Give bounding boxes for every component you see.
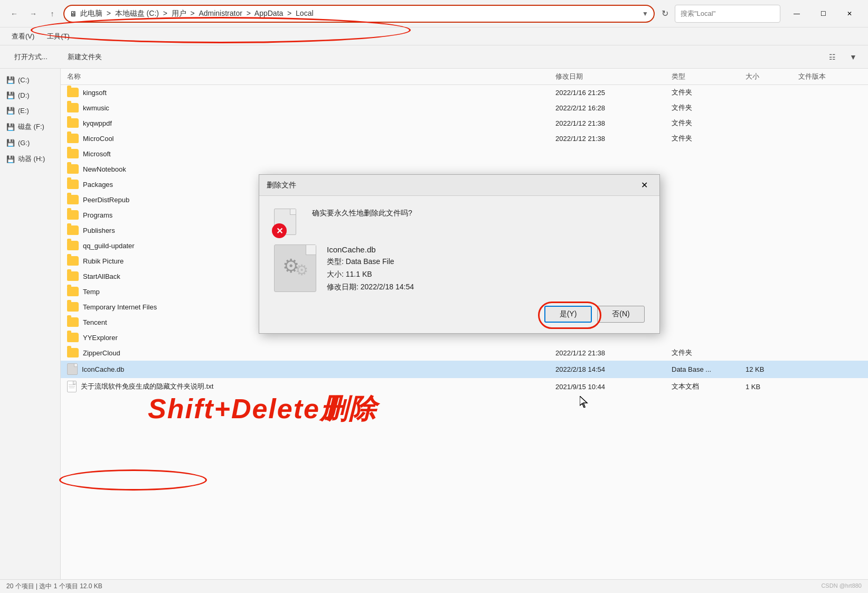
status-text: 20 个项目 | 选中 1 个项目 12.0 KB — [6, 582, 102, 591]
file-type: Data Base ... — [672, 365, 746, 373]
file-name-cell: kwmusic — [67, 103, 555, 112]
menu-bar: 查看(V) 工具(T) — [0, 27, 868, 45]
sidebar-item-f[interactable]: 💾 磁盘 (F:) — [0, 119, 60, 135]
file-name: YYExplorer — [83, 334, 118, 342]
table-row[interactable]: kwmusic 2022/2/12 16:28 文件夹 — [61, 100, 868, 116]
file-name: Microsoft — [83, 150, 111, 158]
column-type[interactable]: 类型 — [672, 72, 746, 81]
file-name: Tencent — [83, 318, 107, 326]
dialog-top-row: ✕ 确实要永久性地删除此文件吗? — [274, 209, 645, 236]
file-info-size: 大小: 11.1 KB — [327, 270, 414, 279]
file-name: kyqwppdf — [83, 119, 112, 127]
table-row[interactable]: IconCache.db 2022/2/18 14:54 Data Base .… — [61, 361, 868, 378]
file-type: 文本文档 — [672, 382, 746, 391]
dialog-file-preview: ⚙ ⚙ IconCache.db 类型: Data Base File 大小: … — [274, 244, 645, 292]
address-bar-wrapper: 🖥 ▼ — [63, 5, 655, 23]
file-name: ZipperCloud — [83, 349, 120, 357]
sidebar-item-e[interactable]: 💾 (E:) — [0, 103, 60, 118]
maximize-button[interactable]: ☐ — [811, 6, 835, 22]
drive-icon: 💾 — [6, 107, 15, 115]
dialog-title: 删除文件 — [267, 181, 636, 190]
sidebar-item-d[interactable]: 💾 (D:) — [0, 88, 60, 102]
preview-file-icon: ⚙ ⚙ — [274, 244, 316, 292]
file-name: Packages — [83, 181, 113, 189]
no-button[interactable]: 否(N) — [597, 306, 645, 323]
drive-icon: 💾 — [6, 155, 15, 163]
file-type: 文件夹 — [672, 118, 746, 128]
column-name[interactable]: 名称 — [67, 72, 555, 81]
forward-button[interactable]: → — [25, 6, 41, 22]
file-name-cell: IconCache.db — [67, 363, 555, 375]
refresh-button[interactable]: ↻ — [658, 7, 672, 21]
search-input[interactable] — [675, 5, 780, 23]
dialog-title-bar: 删除文件 ✕ — [259, 175, 659, 196]
delete-x-icon: ✕ — [272, 223, 287, 238]
file-name: Rubik Picture — [83, 257, 124, 265]
dialog-buttons: 是(Y) 否(N) — [274, 306, 645, 323]
dialog-content: ✕ 确实要永久性地删除此文件吗? ⚙ ⚙ IconCache.db 类型: Da — [259, 196, 659, 333]
yes-button[interactable]: 是(Y) — [544, 306, 592, 323]
file-name: Temporary Internet Files — [83, 303, 157, 311]
close-button[interactable]: ✕ — [837, 6, 862, 22]
file-name-cell: kingsoft — [67, 88, 555, 97]
computer-icon: 🖥 — [70, 10, 77, 18]
chevron-down-icon[interactable]: ▼ — [642, 10, 648, 17]
menu-item-tools[interactable]: 工具(T) — [42, 30, 75, 43]
file-list-header: 名称 修改日期 类型 大小 文件版本 — [61, 69, 868, 85]
file-name: kwmusic — [83, 104, 109, 112]
sidebar-item-g[interactable]: 💾 (G:) — [0, 136, 60, 150]
file-name-cell: YYExplorer — [67, 333, 555, 342]
file-modified: 2022/1/12 21:38 — [555, 119, 672, 127]
new-folder-button[interactable]: 新建文件夹 — [60, 49, 110, 65]
table-row[interactable]: 关于流氓软件免疫生成的隐藏文件夹说明.txt 2021/9/15 10:44 文… — [61, 378, 868, 396]
sidebar: 💾 (C:) 💾 (D:) 💾 (E:) 💾 磁盘 (F:) 💾 (G:) 💾 — [0, 69, 61, 579]
back-button[interactable]: ← — [6, 6, 22, 22]
dialog-close-button[interactable]: ✕ — [636, 178, 652, 192]
column-size[interactable]: 大小 — [746, 72, 798, 81]
title-bar: ← → ↑ 🖥 ▼ ↻ — ☐ ✕ — [0, 0, 868, 27]
file-info-date: 修改日期: 2022/2/18 14:54 — [327, 283, 414, 292]
file-modified: 2022/2/18 14:54 — [555, 365, 672, 373]
minimize-button[interactable]: — — [785, 6, 809, 22]
sidebar-item-h[interactable]: 💾 动器 (H:) — [0, 151, 60, 167]
file-type: 文件夹 — [672, 88, 746, 97]
delete-dialog[interactable]: 删除文件 ✕ ✕ 确实要永久性地删除此文件吗? ⚙ ⚙ — [259, 174, 660, 334]
table-row[interactable]: kingsoft 2022/1/16 21:25 文件夹 — [61, 85, 868, 100]
file-name: 关于流氓软件免疫生成的隐藏文件夹说明.txt — [81, 382, 213, 391]
address-bar[interactable] — [80, 10, 639, 18]
table-row[interactable]: Microsoft — [61, 146, 868, 162]
file-size: 1 KB — [746, 383, 798, 391]
file-name-cell: NewNotebook — [67, 164, 555, 174]
drive-icon: 💾 — [6, 123, 15, 131]
title-bar-left: ← → ↑ 🖥 ▼ ↻ — [6, 5, 780, 23]
open-with-button[interactable]: 打开方式... — [6, 49, 55, 65]
drive-icon: 💾 — [6, 76, 15, 84]
file-name: kingsoft — [83, 89, 107, 97]
drive-icon: 💾 — [6, 91, 15, 99]
file-name: PeerDistRepub — [83, 196, 129, 204]
up-button[interactable]: ↑ — [44, 6, 60, 22]
file-modified: 2022/1/16 21:25 — [555, 89, 672, 97]
file-name-cell: kyqwppdf — [67, 118, 555, 128]
file-name: StartAllBack — [83, 272, 120, 280]
file-info-name: IconCache.db — [327, 245, 414, 254]
column-modified[interactable]: 修改日期 — [555, 72, 672, 81]
file-name-cell: MicroCool — [67, 134, 555, 143]
menu-item-view[interactable]: 查看(V) — [6, 30, 40, 43]
column-version[interactable]: 文件版本 — [798, 72, 862, 81]
file-info: IconCache.db 类型: Data Base File 大小: 11.1… — [327, 245, 414, 292]
sidebar-item-c[interactable]: 💾 (C:) — [0, 73, 60, 87]
file-name: IconCache.db — [82, 365, 124, 373]
table-row[interactable]: MicroCool 2022/1/12 21:38 文件夹 — [61, 131, 868, 146]
file-name: Programs — [83, 211, 112, 219]
drive-icon: 💾 — [6, 139, 15, 147]
file-name-cell: ZipperCloud — [67, 348, 555, 357]
file-name: Publishers — [83, 227, 115, 234]
table-row[interactable]: ZipperCloud 2022/1/12 21:38 文件夹 — [61, 345, 868, 361]
view-dropdown-button[interactable]: ▼ — [845, 50, 862, 64]
file-info-type: 类型: Data Base File — [327, 257, 414, 267]
table-row[interactable]: kyqwppdf 2022/1/12 21:38 文件夹 — [61, 116, 868, 131]
file-name: MicroCool — [83, 135, 114, 143]
dialog-delete-icon: ✕ — [274, 209, 301, 236]
view-toggle-button[interactable]: ☷ — [824, 50, 841, 64]
